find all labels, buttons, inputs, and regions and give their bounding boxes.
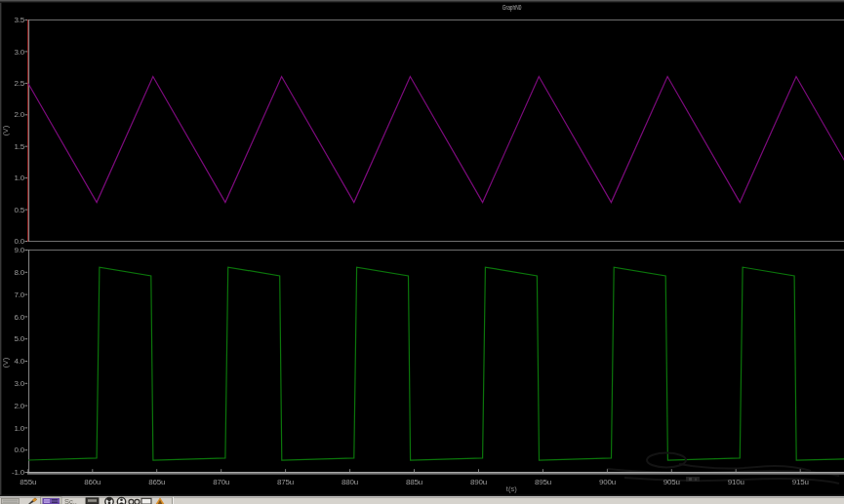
svg-text:890u: 890u	[470, 478, 487, 486]
svg-text:855u: 855u	[20, 478, 36, 486]
svg-text:1.5: 1.5	[14, 142, 24, 151]
svg-text:-1.0: -1.0	[12, 468, 25, 477]
svg-text:5.0: 5.0	[14, 334, 24, 343]
svg-text:8.0: 8.0	[14, 268, 24, 277]
svg-text:(V): (V)	[1, 125, 10, 136]
svg-text:3.0: 3.0	[14, 379, 24, 388]
svg-text:0.5: 0.5	[14, 206, 24, 214]
svg-text:900u: 900u	[599, 478, 616, 486]
svg-text:2.5: 2.5	[14, 79, 24, 88]
svg-text:Sc..: Sc..	[64, 497, 77, 504]
svg-text:9.0: 9.0	[14, 246, 24, 254]
svg-text:905u: 905u	[663, 478, 680, 486]
svg-text:860u: 860u	[84, 478, 100, 486]
svg-text:4.0: 4.0	[14, 357, 24, 366]
svg-text:0.0: 0.0	[14, 237, 24, 246]
svg-text:875u: 875u	[277, 478, 294, 486]
svg-text:3.0: 3.0	[14, 48, 24, 57]
svg-text:2.0: 2.0	[14, 110, 24, 119]
svg-text:2.0: 2.0	[14, 402, 24, 410]
svg-text:895u: 895u	[535, 478, 551, 486]
svg-text:3.5: 3.5	[14, 16, 24, 24]
svg-text:7.0: 7.0	[14, 291, 24, 299]
svg-text:880u: 880u	[342, 478, 358, 486]
svg-text:GraphN0: GraphN0	[502, 3, 522, 12]
svg-text:0.0: 0.0	[14, 446, 24, 454]
svg-text:6.0: 6.0	[14, 313, 24, 322]
svg-text:t(s): t(s)	[506, 485, 517, 493]
svg-text:910u: 910u	[728, 478, 744, 486]
svg-text:1.0: 1.0	[14, 424, 24, 433]
svg-text:1.0: 1.0	[14, 174, 24, 182]
svg-text:885u: 885u	[406, 478, 422, 486]
svg-text:870u: 870u	[213, 478, 229, 486]
svg-text:865u: 865u	[148, 478, 165, 486]
svg-text:(V): (V)	[1, 357, 10, 368]
svg-text:915u: 915u	[792, 478, 809, 486]
